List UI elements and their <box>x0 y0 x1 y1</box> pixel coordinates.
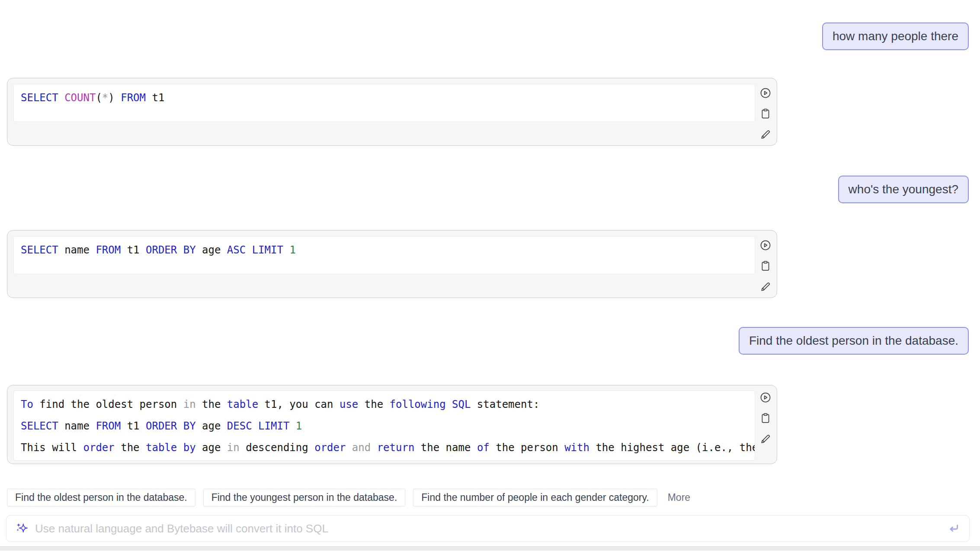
edit-sql-button[interactable] <box>759 128 772 141</box>
user-message-bubble: who's the youngest? <box>838 176 969 203</box>
bottom-panel-divider <box>0 546 980 551</box>
copy-sql-button[interactable] <box>759 108 772 120</box>
user-message-row: how many people there <box>0 22 980 50</box>
copy-sql-button[interactable] <box>759 412 772 424</box>
sql-explanation-block: To find the oldest person in the table t… <box>13 391 755 461</box>
run-sql-button[interactable] <box>759 239 772 251</box>
clipboard-icon <box>759 412 772 424</box>
nl2sql-composer <box>6 515 970 542</box>
sql-answer-card: SELECT name FROM t1 ORDER BY age ASC LIM… <box>7 230 777 298</box>
clipboard-icon <box>759 108 772 120</box>
code-line: This will order the table by age in desc… <box>21 437 748 458</box>
edit-sql-button[interactable] <box>759 433 772 445</box>
nl2sql-input[interactable] <box>34 522 941 536</box>
card-action-column <box>759 391 772 445</box>
play-circle-icon <box>759 391 772 404</box>
card-action-column <box>759 87 772 141</box>
run-sql-button[interactable] <box>759 87 772 99</box>
code-line: SELECT name FROM t1 ORDER BY age DESC LI… <box>21 415 748 437</box>
edit-sql-button[interactable] <box>759 281 772 293</box>
sql-answer-card: To find the oldest person in the table t… <box>7 385 777 464</box>
code-line: SELECT name FROM t1 ORDER BY age ASC LIM… <box>21 239 748 261</box>
clipboard-icon <box>759 260 772 272</box>
pencil-icon <box>759 281 772 293</box>
suggestion-chip-youngest[interactable]: Find the youngest person in the database… <box>203 489 406 506</box>
pencil-icon <box>759 128 772 141</box>
return-arrow-icon <box>947 530 961 537</box>
user-message-row: who's the youngest? <box>0 176 980 203</box>
suggestion-chip-oldest[interactable]: Find the oldest person in the database. <box>7 489 195 506</box>
user-message-bubble: how many people there <box>822 22 969 50</box>
chat-panel: how many people there SELECT COUNT(*) FR… <box>0 22 980 551</box>
sql-answer-card: SELECT COUNT(*) FROM t1 <box>7 78 777 146</box>
pencil-icon <box>759 433 772 445</box>
code-line: To find the oldest person in the table t… <box>21 394 748 415</box>
play-circle-icon <box>759 239 772 251</box>
submit-query-button[interactable] <box>947 522 961 535</box>
suggestions-row: Find the oldest person in the database. … <box>7 489 973 506</box>
code-line: SELECT COUNT(*) FROM t1 <box>21 87 748 109</box>
suggestion-chip-gender-count[interactable]: Find the number of people in each gender… <box>413 489 657 506</box>
card-action-column <box>759 239 772 293</box>
sql-code-block: SELECT COUNT(*) FROM t1 <box>13 84 755 122</box>
run-sql-button[interactable] <box>759 391 772 404</box>
more-suggestions-button[interactable]: More <box>665 492 693 503</box>
user-message-row: Find the oldest person in the database. <box>0 327 980 355</box>
sparkles-icon <box>15 521 28 536</box>
play-circle-icon <box>759 87 772 99</box>
sql-code-block: SELECT name FROM t1 ORDER BY age ASC LIM… <box>13 236 755 274</box>
copy-sql-button[interactable] <box>759 260 772 272</box>
user-message-bubble: Find the oldest person in the database. <box>739 327 969 355</box>
